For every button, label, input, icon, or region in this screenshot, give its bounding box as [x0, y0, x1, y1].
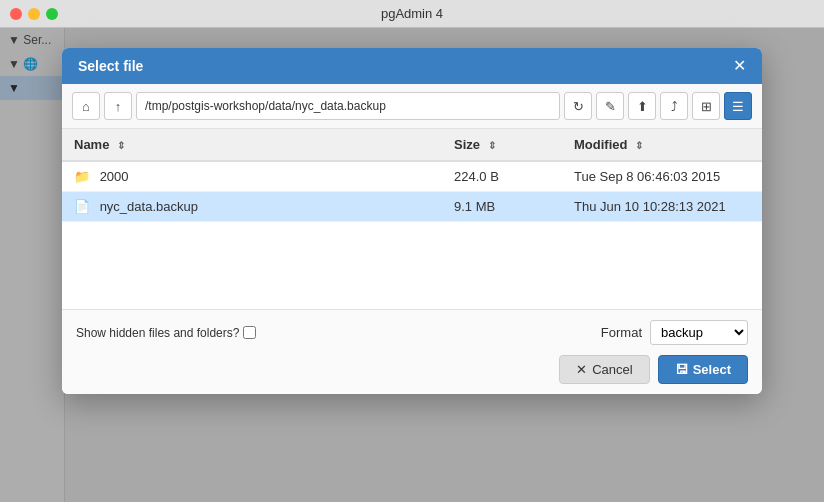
- cancel-icon: ✕: [576, 362, 587, 377]
- file-icon: 📄: [74, 199, 90, 214]
- footer-format: Format backuptarplaindirectory: [601, 320, 748, 345]
- file-table-body: 📁 2000 224.0 B Tue Sep 8 06:46:03 2015 📄…: [62, 161, 762, 222]
- file-name: nyc_data.backup: [100, 199, 198, 214]
- cancel-label: Cancel: [592, 362, 632, 377]
- maximize-button[interactable]: [46, 8, 58, 20]
- cell-modified: Tue Sep 8 06:46:03 2015: [562, 161, 762, 192]
- table-row[interactable]: 📄 nyc_data.backup 9.1 MB Thu Jun 10 10:2…: [62, 192, 762, 222]
- home-button[interactable]: ⌂: [72, 92, 100, 120]
- cell-name: 📄 nyc_data.backup: [62, 192, 442, 222]
- title-bar: pgAdmin 4: [0, 0, 824, 28]
- file-list-area: Name ⇕ Size ⇕ Modified ⇕: [62, 129, 762, 309]
- path-input[interactable]: [136, 92, 560, 120]
- col-name[interactable]: Name ⇕: [62, 129, 442, 161]
- app-area: pg pgAdmin ≡ Browser ▼ Ser... ▼ 🌐 ▼ S: [0, 28, 824, 502]
- window-title: pgAdmin 4: [381, 6, 443, 21]
- footer-buttons: ✕ Cancel 🖫 Select: [76, 355, 748, 384]
- select-label: Select: [693, 362, 731, 377]
- folder-icon: 📁: [74, 169, 90, 184]
- col-size[interactable]: Size ⇕: [442, 129, 562, 161]
- select-button[interactable]: 🖫 Select: [658, 355, 748, 384]
- refresh-button[interactable]: ↻: [564, 92, 592, 120]
- size-sort-icon: ⇕: [488, 140, 496, 151]
- list-view-button[interactable]: ☰: [724, 92, 752, 120]
- modal-header: Select file ✕: [62, 48, 762, 84]
- upload-button[interactable]: ⬆: [628, 92, 656, 120]
- modal-footer: Show hidden files and folders? Format ba…: [62, 309, 762, 394]
- modal-toolbar: ⌂ ↑ ↻ ✎ ⬆ ⤴ ⊞ ☰: [62, 84, 762, 129]
- modal-title: Select file: [78, 58, 143, 74]
- modal-close-button[interactable]: ✕: [733, 58, 746, 74]
- cell-size: 9.1 MB: [442, 192, 562, 222]
- up-button[interactable]: ↑: [104, 92, 132, 120]
- col-modified[interactable]: Modified ⇕: [562, 129, 762, 161]
- name-sort-icon: ⇕: [117, 140, 125, 151]
- footer-top: Show hidden files and folders? Format ba…: [76, 320, 748, 345]
- cell-name: 📁 2000: [62, 161, 442, 192]
- minimize-button[interactable]: [28, 8, 40, 20]
- select-icon: 🖫: [675, 362, 688, 377]
- show-hidden-label[interactable]: Show hidden files and folders?: [76, 326, 256, 340]
- show-hidden-text: Show hidden files and folders?: [76, 326, 239, 340]
- table-header: Name ⇕ Size ⇕ Modified ⇕: [62, 129, 762, 161]
- close-button[interactable]: [10, 8, 22, 20]
- file-table: Name ⇕ Size ⇕ Modified ⇕: [62, 129, 762, 222]
- format-select[interactable]: backuptarplaindirectory: [650, 320, 748, 345]
- grid-view-button[interactable]: ⊞: [692, 92, 720, 120]
- show-hidden-checkbox[interactable]: [243, 326, 256, 339]
- select-file-modal: Select file ✕ ⌂ ↑ ↻ ✎ ⬆ ⤴ ⊞ ☰: [62, 48, 762, 394]
- new-folder-button[interactable]: ⤴: [660, 92, 688, 120]
- cancel-button[interactable]: ✕ Cancel: [559, 355, 649, 384]
- cell-size: 224.0 B: [442, 161, 562, 192]
- cell-modified: Thu Jun 10 10:28:13 2021: [562, 192, 762, 222]
- window-controls: [10, 8, 58, 20]
- modified-sort-icon: ⇕: [635, 140, 643, 151]
- format-label: Format: [601, 325, 642, 340]
- file-name: 2000: [100, 169, 129, 184]
- edit-button[interactable]: ✎: [596, 92, 624, 120]
- modal-overlay: Select file ✕ ⌂ ↑ ↻ ✎ ⬆ ⤴ ⊞ ☰: [0, 28, 824, 502]
- table-row[interactable]: 📁 2000 224.0 B Tue Sep 8 06:46:03 2015: [62, 161, 762, 192]
